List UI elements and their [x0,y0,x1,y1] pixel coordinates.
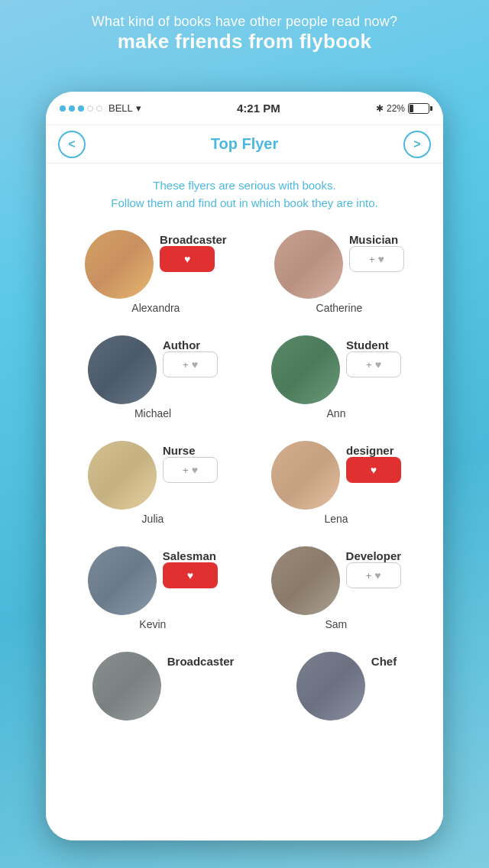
wifi-icon: ▾ [136,102,141,114]
role-julia: Nurse [163,444,196,457]
user-row-1: Broadcaster ♥ Alexandra Musician + [46,219,443,325]
bluetooth-icon: ✱ [376,103,384,114]
user-row-4: Salesman ♥ Kevin Developer + ♥ [46,536,443,641]
user-card-bottom2: Chef [296,652,397,721]
avatar-kevin [88,546,157,615]
plus-icon-julia: + [183,465,189,476]
plus-icon-sam: + [366,570,372,581]
user-card-bottom1: Broadcaster [92,652,235,721]
user-card-lena: designer ♥ Lena [271,441,401,525]
heart-icon-sam: ♥ [374,569,381,581]
signal-dot-3 [78,105,84,112]
follow-button-julia[interactable]: + ♥ [163,457,218,483]
battery-icon [408,103,429,114]
name-michael: Michael [134,407,171,419]
follow-button-kevin[interactable]: ♥ [163,562,218,588]
user-card-alexandra: Broadcaster ♥ Alexandra [85,230,227,314]
name-catherine: Catherine [316,302,363,314]
name-sam: Sam [325,618,347,630]
role-michael: Author [163,338,200,351]
role-bottom2: Chef [371,655,397,668]
role-kevin: Salesman [163,549,216,562]
promo-line2: make friends from flybook [15,30,474,53]
signal-dot-1 [60,105,66,112]
battery-fill [410,105,413,112]
follow-button-michael[interactable]: + ♥ [163,351,218,377]
role-bottom1: Broadcaster [167,655,235,668]
forward-icon: > [413,138,420,151]
user-card-kevin: Salesman ♥ Kevin [88,546,218,630]
heart-icon-kevin: ♥ [187,569,193,581]
role-alexandra: Broadcaster [160,233,227,246]
follow-button-sam[interactable]: + ♥ [346,562,401,588]
heart-icon-ann: ♥ [375,358,381,371]
back-icon: < [68,138,75,151]
user-card-catherine: Musician + ♥ Catherine [274,230,404,314]
follow-button-ann[interactable]: + ♥ [346,351,401,377]
user-row-3: Nurse + ♥ Julia designer ♥ [46,430,443,536]
nav-bar: < Top Flyer > [46,125,443,164]
user-row-5: Broadcaster Chef [46,641,443,731]
heart-icon-lena: ♥ [371,464,377,476]
follow-button-lena[interactable]: ♥ [346,457,401,483]
plus-icon-catherine: + [369,254,375,265]
avatar-bottom1 [92,652,161,721]
battery-percent: 22% [387,103,405,114]
role-lena: designer [346,444,394,457]
avatar-bottom2 [296,652,365,721]
phone-frame: BELL ▾ 4:21 PM ✱ 22% < Top Flyer > These… [46,92,443,840]
status-bar: BELL ▾ 4:21 PM ✱ 22% [46,92,443,125]
nav-title: Top Flyer [211,135,279,153]
user-card-ann: Student + ♥ Ann [271,335,401,419]
name-julia: Julia [142,513,164,525]
role-ann: Student [346,338,389,351]
heart-icon-catherine: ♥ [378,253,384,265]
user-card-michael: Author + ♥ Michael [88,335,218,419]
user-card-sam: Developer + ♥ Sam [271,546,402,630]
subtitle-line1: These flyers are serious with books. [153,179,335,192]
name-kevin: Kevin [139,618,166,630]
subtitle-text: These flyers are serious with books. Fol… [64,177,425,212]
status-time: 4:21 PM [237,102,280,115]
signal-dot-5 [96,105,102,112]
heart-icon-michael: ♥ [192,358,198,371]
follow-button-catherine[interactable]: + ♥ [349,246,404,272]
heart-icon-alexandra: ♥ [184,253,190,265]
role-catherine: Musician [349,233,398,246]
user-row-2: Author + ♥ Michael Student + [46,325,443,430]
subtitle-line2: Follow them and find out in which book t… [111,196,377,209]
avatar-lena [271,441,340,510]
role-sam: Developer [346,549,402,562]
plus-icon-michael: + [183,359,189,371]
signal-dot-2 [69,105,75,112]
heart-icon-julia: ♥ [192,464,198,476]
status-left: BELL ▾ [60,102,141,114]
back-button[interactable]: < [58,131,86,158]
status-right: ✱ 22% [376,103,429,114]
promo-line1: What kind of books have other people rea… [15,14,474,30]
signal-dot-4 [87,105,93,112]
avatar-alexandra [85,230,154,299]
subtitle-area: These flyers are serious with books. Fol… [46,164,443,219]
name-alexandra: Alexandra [131,302,180,314]
avatar-julia [88,441,157,510]
avatar-catherine [274,230,343,299]
forward-button[interactable]: > [403,131,431,158]
name-ann: Ann [327,407,346,419]
plus-icon-ann: + [366,359,372,371]
avatar-sam [271,546,340,615]
carrier-label: BELL [108,102,133,114]
content-area: These flyers are serious with books. Fol… [46,164,443,840]
avatar-michael [88,335,157,404]
follow-button-alexandra[interactable]: ♥ [160,246,215,272]
avatar-ann [271,335,340,404]
name-lena: Lena [324,513,348,525]
user-card-julia: Nurse + ♥ Julia [88,441,218,525]
promo-area: What kind of books have other people rea… [0,8,489,60]
